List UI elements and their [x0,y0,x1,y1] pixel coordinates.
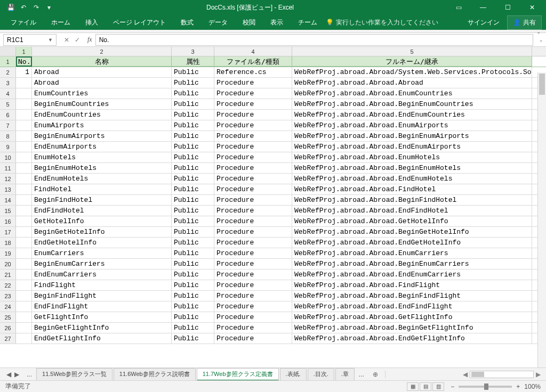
cell[interactable] [16,142,32,152]
cell[interactable] [16,270,32,280]
row-header[interactable]: 4 [0,88,16,99]
cell[interactable] [16,280,32,290]
cell[interactable]: EnumCountries [32,88,172,99]
cell[interactable]: EndGetFlightInfo [32,333,172,344]
cell[interactable]: Procedure [214,78,292,88]
tab-review[interactable]: 校閲 [236,16,262,29]
cell[interactable]: WebRefProj.abroad.Abroad.BeginEnumHotels [292,163,532,173]
cell[interactable] [16,99,32,109]
cell[interactable]: Public [172,238,214,248]
tab-formulas[interactable]: 数式 [174,16,200,29]
row-header[interactable]: 5 [0,99,16,109]
cell[interactable] [16,131,32,141]
vertical-scrollbar[interactable] [537,72,546,368]
cell[interactable]: Public [172,323,214,333]
cell[interactable]: WebRefProj.abroad.Abroad.EnumAirports [292,120,532,130]
row-header[interactable]: 25 [0,312,16,322]
row-header[interactable]: 6 [0,110,16,120]
cell[interactable]: Public [172,259,214,269]
cell[interactable] [16,238,32,248]
fx-icon[interactable]: fx [84,36,95,44]
cell[interactable]: Public [172,152,214,162]
cell[interactable]: WebRefProj.abroad.Abroad.BeginFindFlight [292,291,532,301]
cell[interactable]: WebRefProj.abroad.Abroad.FindFlight [292,280,532,290]
row-header[interactable]: 24 [0,301,16,312]
cell[interactable]: Procedure [214,238,292,248]
cell[interactable]: WebRefProj.abroad.Abroad.GetFlightInfo [292,312,532,322]
cell[interactable]: WebRefProj.abroad.Abroad.BeginFindHotel [292,195,532,205]
new-sheet-icon[interactable]: ⊕ [368,371,382,378]
cell[interactable]: WebRefProj.abroad.Abroad.BeginGetHotelIn… [292,227,532,237]
row-header[interactable]: 22 [0,280,16,290]
row-header[interactable]: 19 [0,248,16,258]
cell[interactable]: EnumAirports [32,120,172,130]
cell[interactable]: WebRefProj.abroad.Abroad.EndGetFlightInf… [292,333,532,344]
cell[interactable]: Public [172,248,214,258]
cell[interactable]: Public [172,110,214,120]
column-header[interactable]: 4 [214,47,292,56]
cell[interactable]: Procedure [214,216,292,226]
row-header[interactable]: 3 [0,78,16,88]
column-header[interactable]: 3 [172,47,214,56]
cell[interactable] [16,184,32,194]
cell[interactable]: Public [172,184,214,194]
scrollbar-thumb[interactable] [539,74,545,95]
row-header[interactable]: 12 [0,174,16,184]
cell[interactable]: Procedure [214,270,292,280]
cell[interactable]: Procedure [214,206,292,216]
column-header[interactable]: 5 [292,47,532,56]
row-header[interactable]: 11 [0,163,16,173]
cell[interactable]: BeginGetHotelInfo [32,227,172,237]
save-icon[interactable]: 💾 [6,3,15,12]
cell[interactable] [16,195,32,205]
tab-data[interactable]: データ [202,16,234,29]
cell[interactable]: Procedure [214,227,292,237]
header-cell[interactable]: フルネーム/継承 [292,56,532,67]
header-cell[interactable]: ファイル名/種類 [214,56,292,67]
row-header[interactable]: 27 [0,333,16,344]
cell[interactable]: Public [172,280,214,290]
close-button[interactable]: ✕ [520,0,544,15]
header-cell[interactable]: 属性 [172,56,214,67]
sheet-tab[interactable]: .表紙. [280,368,307,381]
cell[interactable]: Public [172,301,214,312]
zoom-slider[interactable] [459,386,512,388]
cell[interactable] [16,152,32,162]
cell[interactable]: Procedure [214,142,292,152]
cell[interactable]: WebRefProj.abroad.Abroad.EnumHotels [292,152,532,162]
cell[interactable]: WebRefProj.abroad.Abroad.BeginEnumAirpor… [292,131,532,141]
cell[interactable]: Public [172,120,214,130]
normal-view-icon[interactable]: ▦ [407,382,419,391]
cell[interactable] [16,248,32,258]
tab-view[interactable]: 表示 [264,16,290,29]
cell[interactable]: BeginEnumHotels [32,163,172,173]
cell[interactable]: WebRefProj.abroad.Abroad.Abroad [292,78,532,88]
row-header[interactable]: 17 [0,227,16,237]
cell[interactable]: EndEnumCarriers [32,270,172,280]
cell[interactable] [16,206,32,216]
sheet-prev-more[interactable]: ... [23,369,35,380]
cell[interactable] [16,291,32,301]
cell[interactable]: Procedure [214,323,292,333]
cell[interactable]: Procedure [214,152,292,162]
cell[interactable]: EndFindHotel [32,206,172,216]
cell[interactable]: Public [172,78,214,88]
cell[interactable] [16,88,32,99]
row-header[interactable]: 2 [0,67,16,77]
cell[interactable]: Public [172,174,214,184]
cell[interactable]: WebRefProj.abroad.Abroad.EndGetHotelInfo [292,238,532,248]
cell[interactable]: EndEnumAirports [32,142,172,152]
cell[interactable]: WebRefProj.abroad.Abroad.BeginEnumCarrie… [292,259,532,269]
cell[interactable]: FindFlight [32,280,172,290]
cell[interactable]: Reference.cs [214,67,292,77]
tab-home[interactable]: ホーム [45,16,77,29]
cell[interactable]: Procedure [214,99,292,109]
cell[interactable]: WebRefProj.abroad.Abroad.EnumCarriers [292,248,532,258]
cell[interactable] [16,227,32,237]
row-header[interactable]: 10 [0,152,16,162]
cell[interactable]: WebRefProj.abroad.Abroad.BeginEnumCountr… [292,99,532,109]
minimize-button[interactable]: — [471,0,495,15]
cell[interactable]: Procedure [214,110,292,120]
sheet-tab[interactable]: 11.5Web参照クラス一覧 [36,368,113,381]
cell[interactable] [16,259,32,269]
